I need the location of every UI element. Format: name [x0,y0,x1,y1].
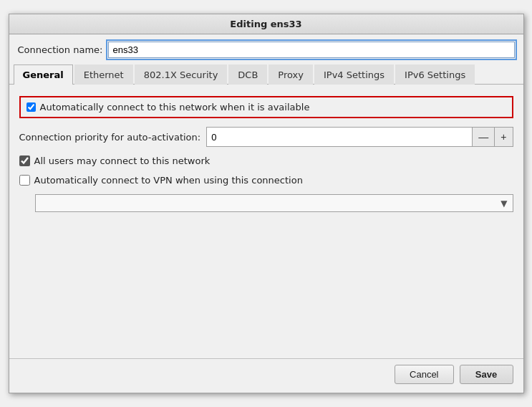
dialog-title: Editing ens33 [230,19,301,29]
priority-input[interactable] [207,130,472,145]
content-spacer [19,221,513,347]
button-row: Cancel Save [9,358,523,393]
tab-dcb[interactable]: DCB [228,64,267,85]
general-content: Automatically connect to this network wh… [9,85,523,358]
tab-ethernet[interactable]: Ethernet [74,64,133,85]
auto-connect-label: Automatically connect to this network wh… [40,102,310,112]
tab-ipv4[interactable]: IPv4 Settings [314,64,394,85]
all-users-row: All users may connect to this network [19,155,513,166]
vpn-dropdown-container: ▼ [35,194,513,212]
connection-name-row: Connection name: [9,34,523,64]
priority-increment-button[interactable]: + [494,128,512,146]
cancel-button[interactable]: Cancel [395,365,453,384]
auto-connect-checkbox[interactable] [26,102,36,112]
tabs: General Ethernet 802.1X Security DCB Pro… [9,64,523,85]
connection-name-input[interactable] [108,42,514,58]
vpn-label: Automatically connect to VPN when using … [34,175,303,186]
priority-label: Connection priority for auto-activation: [19,132,201,143]
vpn-dropdown-wrap: ▼ [35,194,513,212]
save-button[interactable]: Save [460,365,513,384]
vpn-dropdown[interactable] [35,194,513,212]
vpn-checkbox-row: Automatically connect to VPN when using … [19,175,513,186]
tab-general[interactable]: General [14,64,73,85]
tab-ipv6[interactable]: IPv6 Settings [395,64,475,85]
all-users-checkbox[interactable] [19,155,30,166]
title-bar: Editing ens33 [9,14,523,34]
priority-decrement-button[interactable]: — [472,128,494,146]
connection-name-label: Connection name: [18,44,103,55]
tab-security[interactable]: 802.1X Security [135,64,228,85]
dialog: Editing ens33 Connection name: General E… [9,14,524,393]
priority-input-wrap: — + [206,127,513,147]
priority-row: Connection priority for auto-activation:… [19,127,513,147]
tab-proxy[interactable]: Proxy [269,64,313,85]
all-users-label: All users may connect to this network [34,155,211,166]
auto-connect-highlight: Automatically connect to this network wh… [19,96,513,118]
vpn-checkbox[interactable] [19,175,30,186]
